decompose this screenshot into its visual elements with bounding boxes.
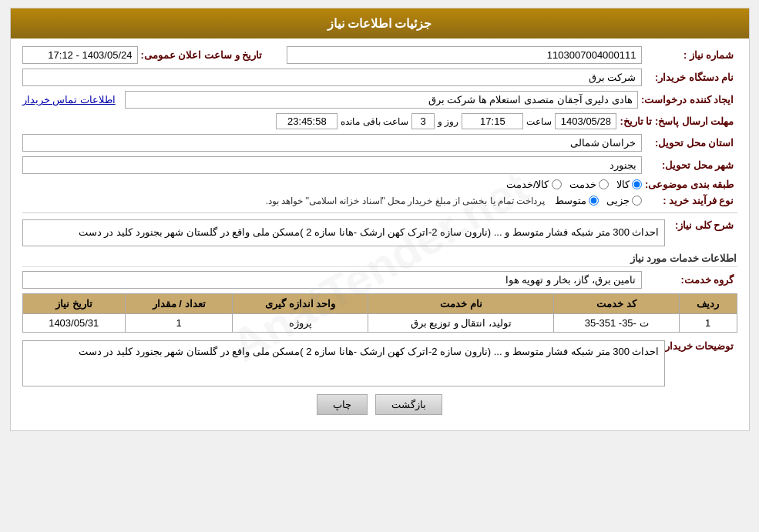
deadline-time-label: ساعت	[526, 116, 552, 127]
deadline-label: مهلت ارسال پاسخ: تا تاریخ:	[620, 115, 737, 127]
table-row: 1ت -35- 351-35تولید، انتقال و توزیع برقپ…	[22, 313, 737, 332]
cell-row: 1	[679, 313, 737, 332]
deadline-date: 1403/05/28	[555, 113, 616, 129]
process-jozi-item[interactable]: جزیی	[606, 195, 642, 206]
print-button[interactable]: چاپ	[317, 394, 368, 415]
category-kala-label: کالا	[616, 179, 630, 190]
buyer-notes-label: توضیحات خریدار:	[668, 340, 737, 352]
creator-value: هادی دلیری آجقان متصدی استعلام ها شرکت ب…	[125, 91, 638, 109]
category-both-item[interactable]: کالا/خدمت	[506, 179, 562, 190]
category-khedmat-item[interactable]: خدمت	[569, 179, 609, 190]
col-unit: واحد اندازه گیری	[233, 293, 368, 313]
cell-name: تولید، انتقال و توزیع برق	[368, 313, 554, 332]
services-section-title: اطلاعات خدمات مورد نیاز	[22, 253, 737, 267]
button-row: بازگشت چاپ	[22, 394, 737, 415]
province-value: خراسان شمالی	[22, 134, 642, 152]
requester-value: شرکت برق	[22, 69, 642, 86]
process-note: پرداخت تمام یا بخشی از مبلغ خریدار محل "…	[266, 196, 546, 206]
deadline-remaining: 23:45:58	[276, 113, 338, 129]
category-both-label: کالا/خدمت	[506, 179, 549, 190]
services-table: ردیف کد خدمت نام خدمت واحد اندازه گیری ت…	[22, 293, 737, 333]
category-kala-item[interactable]: کالا	[616, 179, 642, 190]
deadline-days: 3	[411, 113, 435, 129]
buyer-notes-textarea[interactable]	[22, 340, 665, 386]
need-number-value: 1103007004000111	[287, 46, 641, 64]
city-label: شهر محل تحویل:	[645, 159, 737, 171]
col-date: تاریخ نیاز	[22, 293, 125, 313]
announcement-date-value: 1403/05/24 - 17:12	[22, 46, 138, 64]
deadline-time: 17:15	[462, 113, 523, 129]
col-code: کد خدمت	[554, 293, 679, 313]
cell-code: ت -35- 351-35	[554, 313, 679, 332]
col-name: نام خدمت	[368, 293, 554, 313]
category-khedmat-label: خدمت	[569, 179, 596, 190]
group-value: تامین برق، گاز، بخار و تهویه هوا	[22, 271, 642, 289]
category-both-radio[interactable]	[552, 179, 562, 189]
general-description-value: احداث 300 متر شبکه فشار متوسط و ... (نار…	[22, 219, 665, 246]
need-number-label: شماره نیاز :	[645, 49, 737, 61]
back-button[interactable]: بازگشت	[375, 394, 442, 415]
page-title: جزئیات اطلاعات نیاز	[11, 8, 749, 38]
announcement-date-label: تاریخ و ساعت اعلان عمومی:	[141, 49, 266, 61]
col-qty: تعداد / مقدار	[125, 293, 232, 313]
process-motavasset-radio[interactable]	[589, 196, 599, 206]
requester-label: نام دستگاه خریدار:	[645, 72, 737, 83]
deadline-day-label: روز و	[438, 116, 458, 127]
city-value: بجنورد	[22, 156, 642, 174]
cell-qty: 1	[125, 313, 232, 332]
contact-link[interactable]: اطلاعات تماس خریدار	[22, 94, 116, 105]
creator-label: ایجاد کننده درخواست:	[641, 94, 737, 105]
process-motavasset-label: متوسط	[555, 195, 586, 206]
province-label: استان محل تحویل:	[645, 137, 737, 149]
cell-unit: پروژه	[233, 313, 368, 332]
general-description-label: شرح کلی نیاز:	[668, 219, 737, 231]
category-khedmat-radio[interactable]	[599, 179, 609, 189]
category-label: طبقه بندی موضوعی:	[645, 179, 737, 190]
group-label: گروه خدمت:	[645, 274, 737, 286]
process-label: نوع فرآیند خرید :	[645, 195, 737, 206]
process-jozi-label: جزیی	[606, 195, 630, 206]
process-radio-group: جزیی متوسط	[555, 195, 642, 206]
category-kala-radio[interactable]	[632, 179, 642, 189]
cell-date: 1403/05/31	[22, 313, 125, 332]
deadline-remaining-label: ساعت باقی مانده	[341, 116, 408, 127]
category-radio-group: کالا خدمت کالا/خدمت	[506, 179, 642, 190]
process-motavasset-item[interactable]: متوسط	[555, 195, 599, 206]
col-row: ردیف	[679, 293, 737, 313]
process-jozi-radio[interactable]	[632, 196, 642, 206]
